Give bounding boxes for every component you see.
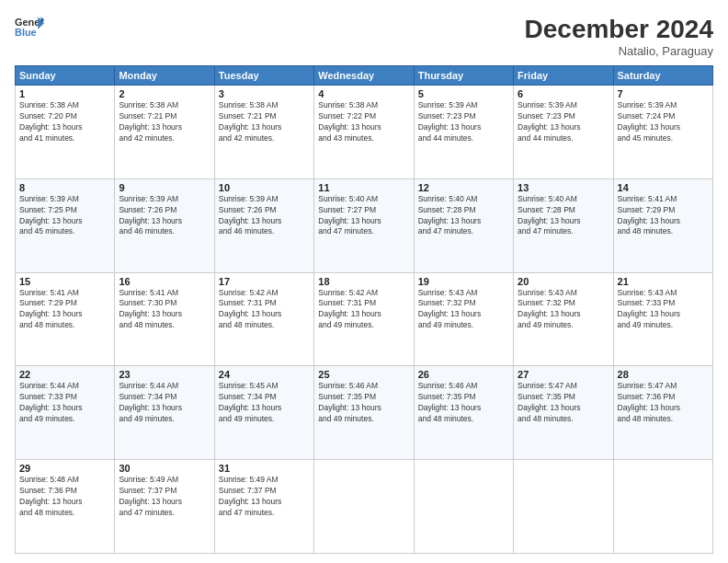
table-row: 8Sunrise: 5:39 AM Sunset: 7:25 PM Daylig… — [16, 178, 115, 272]
table-row: 24Sunrise: 5:45 AM Sunset: 7:34 PM Dayli… — [214, 366, 313, 460]
table-row: 30Sunrise: 5:49 AM Sunset: 7:37 PM Dayli… — [115, 460, 214, 554]
table-row: 5Sunrise: 5:39 AM Sunset: 7:23 PM Daylig… — [414, 86, 513, 179]
table-row: 3Sunrise: 5:38 AM Sunset: 7:21 PM Daylig… — [214, 86, 313, 179]
table-row: 4Sunrise: 5:38 AM Sunset: 7:22 PM Daylig… — [314, 86, 414, 179]
table-row: 10Sunrise: 5:39 AM Sunset: 7:26 PM Dayli… — [214, 178, 313, 272]
table-row: 9Sunrise: 5:39 AM Sunset: 7:26 PM Daylig… — [115, 178, 214, 272]
table-row: 26Sunrise: 5:46 AM Sunset: 7:35 PM Dayli… — [414, 366, 513, 460]
col-thursday: Thursday — [414, 66, 513, 86]
calendar-row-3: 22Sunrise: 5:44 AM Sunset: 7:33 PM Dayli… — [16, 366, 713, 460]
table-row: 20Sunrise: 5:43 AM Sunset: 7:32 PM Dayli… — [514, 272, 613, 366]
col-monday: Monday — [115, 66, 214, 86]
title-block: December 2024 Natalio, Paraguay — [525, 15, 713, 58]
table-row: 13Sunrise: 5:40 AM Sunset: 7:28 PM Dayli… — [514, 178, 613, 272]
calendar-table: Sunday Monday Tuesday Wednesday Thursday… — [15, 65, 713, 554]
table-row: 29Sunrise: 5:48 AM Sunset: 7:36 PM Dayli… — [16, 460, 115, 554]
col-sunday: Sunday — [16, 66, 115, 86]
generalblue-logo-icon: General Blue — [15, 15, 44, 40]
table-row: 27Sunrise: 5:47 AM Sunset: 7:35 PM Dayli… — [514, 366, 613, 460]
table-row: 19Sunrise: 5:43 AM Sunset: 7:32 PM Dayli… — [414, 272, 513, 366]
calendar-header-row: Sunday Monday Tuesday Wednesday Thursday… — [16, 66, 713, 86]
table-row: 22Sunrise: 5:44 AM Sunset: 7:33 PM Dayli… — [16, 366, 115, 460]
header: General Blue December 2024 Natalio, Para… — [15, 15, 713, 58]
table-row — [414, 460, 513, 554]
table-row: 2Sunrise: 5:38 AM Sunset: 7:21 PM Daylig… — [115, 86, 214, 179]
col-tuesday: Tuesday — [214, 66, 313, 86]
calendar-row-2: 15Sunrise: 5:41 AM Sunset: 7:29 PM Dayli… — [16, 272, 713, 366]
table-row: 7Sunrise: 5:39 AM Sunset: 7:24 PM Daylig… — [613, 86, 712, 179]
table-row: 15Sunrise: 5:41 AM Sunset: 7:29 PM Dayli… — [16, 272, 115, 366]
col-saturday: Saturday — [613, 66, 712, 86]
svg-text:Blue: Blue — [15, 27, 37, 38]
page: General Blue December 2024 Natalio, Para… — [0, 0, 728, 563]
table-row: 1Sunrise: 5:38 AM Sunset: 7:20 PM Daylig… — [16, 86, 115, 179]
col-friday: Friday — [514, 66, 613, 86]
month-title: December 2024 — [525, 15, 713, 44]
table-row: 14Sunrise: 5:41 AM Sunset: 7:29 PM Dayli… — [613, 178, 712, 272]
table-row: 6Sunrise: 5:39 AM Sunset: 7:23 PM Daylig… — [514, 86, 613, 179]
table-row: 28Sunrise: 5:47 AM Sunset: 7:36 PM Dayli… — [613, 366, 712, 460]
calendar-row-4: 29Sunrise: 5:48 AM Sunset: 7:36 PM Dayli… — [16, 460, 713, 554]
table-row: 17Sunrise: 5:42 AM Sunset: 7:31 PM Dayli… — [214, 272, 313, 366]
table-row: 12Sunrise: 5:40 AM Sunset: 7:28 PM Dayli… — [414, 178, 513, 272]
table-row: 25Sunrise: 5:46 AM Sunset: 7:35 PM Dayli… — [314, 366, 414, 460]
calendar-row-1: 8Sunrise: 5:39 AM Sunset: 7:25 PM Daylig… — [16, 178, 713, 272]
table-row: 16Sunrise: 5:41 AM Sunset: 7:30 PM Dayli… — [115, 272, 214, 366]
table-row — [514, 460, 613, 554]
table-row — [613, 460, 712, 554]
table-row: 18Sunrise: 5:42 AM Sunset: 7:31 PM Dayli… — [314, 272, 414, 366]
calendar-row-0: 1Sunrise: 5:38 AM Sunset: 7:20 PM Daylig… — [16, 86, 713, 179]
col-wednesday: Wednesday — [314, 66, 414, 86]
logo: General Blue — [15, 15, 44, 40]
location: Natalio, Paraguay — [525, 44, 713, 58]
table-row: 21Sunrise: 5:43 AM Sunset: 7:33 PM Dayli… — [613, 272, 712, 366]
table-row: 31Sunrise: 5:49 AM Sunset: 7:37 PM Dayli… — [214, 460, 313, 554]
table-row: 23Sunrise: 5:44 AM Sunset: 7:34 PM Dayli… — [115, 366, 214, 460]
table-row: 11Sunrise: 5:40 AM Sunset: 7:27 PM Dayli… — [314, 178, 414, 272]
table-row — [314, 460, 414, 554]
